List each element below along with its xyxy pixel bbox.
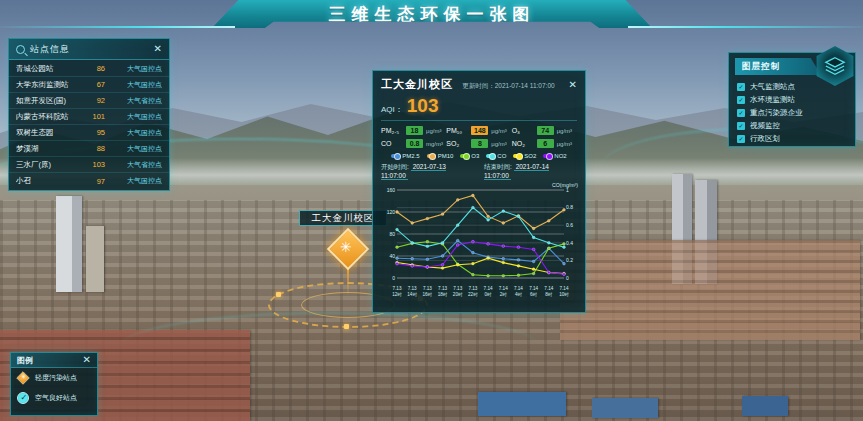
layer-item-label: 水环境监测站: [750, 95, 795, 105]
pollutant-cell: NO₂ 6 μg/m³: [512, 139, 577, 148]
station-type-badge: 大气国控点: [110, 176, 162, 186]
station-aqi-value: 97: [83, 177, 105, 186]
legend-chip-marker: [427, 154, 436, 158]
pollutant-value-badge: 6: [537, 139, 554, 148]
svg-text:6时: 6时: [530, 292, 538, 297]
station-type-badge: 大气国控点: [110, 144, 162, 154]
legend-item-label: 轻度污染站点: [35, 373, 77, 383]
close-icon[interactable]: ✕: [569, 80, 577, 90]
checkbox-checked-icon[interactable]: ✓: [737, 83, 745, 91]
svg-text:10时: 10时: [559, 292, 569, 297]
pollutant-cell: PM₂.₅ 18 μg/m³: [381, 126, 446, 135]
checkbox-checked-icon[interactable]: ✓: [737, 122, 745, 130]
pollutant-unit: μg/m³: [426, 128, 441, 134]
svg-text:4时: 4时: [515, 292, 523, 297]
legend-chip[interactable]: PM2.5: [391, 153, 419, 159]
ring-dot: [344, 324, 349, 329]
svg-text:0: 0: [392, 275, 395, 281]
station-type-badge: 大气省控点: [110, 96, 162, 106]
station-list-panel: 站点信息 ✕ 青城公园站 86 大气国控点 大学东街监测站 67 大气国控点 如…: [8, 38, 170, 191]
station-type-badge: 大气国控点: [110, 64, 162, 74]
svg-text:8时: 8时: [545, 292, 553, 297]
svg-text:14时: 14时: [407, 292, 417, 297]
pollutant-name: CO: [381, 140, 403, 147]
layer-item[interactable]: ✓ 行政区划: [737, 132, 847, 145]
station-row[interactable]: 三水厂(原) 103 大气省控点: [9, 157, 169, 173]
station-name: 小召: [16, 176, 83, 186]
aqi-value: 103: [407, 95, 439, 117]
station-rows: 青城公园站 86 大气国控点 大学东街监测站 67 大气国控点 如意开发区(国)…: [9, 60, 169, 190]
legend-chip-marker: [460, 154, 469, 158]
checkbox-checked-icon[interactable]: ✓: [737, 135, 745, 143]
start-time-label: 开始时间:: [381, 163, 409, 170]
station-marker-glyph: ✳: [340, 239, 352, 255]
station-detail-popup: 工大金川校区 更新时间：2021-07-14 11:07:00 ✕ AQI： 1…: [372, 70, 586, 313]
svg-text:0.6: 0.6: [566, 222, 573, 228]
warehouse-roof: [478, 392, 566, 416]
svg-text:7.14: 7.14: [529, 286, 538, 291]
layer-item[interactable]: ✓ 重点污染源企业: [737, 106, 847, 119]
pollutant-cell: SO₂ 8 μg/m³: [446, 139, 511, 148]
layer-item-label: 行政区划: [750, 134, 780, 144]
building-block: [560, 240, 860, 340]
svg-text:0: 0: [566, 275, 569, 281]
station-row[interactable]: 内蒙古环科院站 101 大气国控点: [9, 109, 169, 125]
pollutant-value-badge: 0.8: [406, 139, 423, 148]
legend-item-list: 轻度污染站点 空气良好站点: [11, 368, 97, 408]
station-row[interactable]: 大学东街监测站 67 大气国控点: [9, 77, 169, 93]
station-aqi-value: 95: [83, 128, 105, 137]
svg-text:7.13: 7.13: [423, 286, 432, 291]
svg-text:7.13: 7.13: [438, 286, 447, 291]
aqi-label: AQI：: [381, 104, 403, 115]
station-name: 梦溪湖: [16, 144, 83, 154]
station-aqi-value: 67: [83, 80, 105, 89]
legend-chip[interactable]: CO: [486, 153, 506, 159]
station-row[interactable]: 如意开发区(国) 92 大气省控点: [9, 93, 169, 109]
close-icon[interactable]: ✕: [83, 355, 91, 365]
legend-chip[interactable]: PM10: [427, 153, 454, 159]
layer-item[interactable]: ✓ 视频监控: [737, 119, 847, 132]
svg-text:18时: 18时: [438, 292, 448, 297]
station-aqi-value: 88: [83, 144, 105, 153]
svg-text:0.4: 0.4: [566, 240, 573, 246]
svg-text:0.2: 0.2: [566, 257, 573, 263]
layer-item[interactable]: ✓ 水环境监测站: [737, 93, 847, 106]
station-row[interactable]: 梦溪湖 88 大气国控点: [9, 141, 169, 157]
station-panel-header: 站点信息 ✕: [9, 39, 169, 60]
svg-text:20时: 20时: [453, 292, 463, 297]
legend-panel-header: 图例 ✕: [11, 353, 97, 368]
legend-chip[interactable]: O3: [460, 153, 479, 159]
legend-chip-marker: [513, 154, 522, 158]
station-name: 青城公园站: [16, 64, 83, 74]
checkbox-checked-icon[interactable]: ✓: [737, 109, 745, 117]
legend-chip[interactable]: SO2: [513, 153, 536, 159]
svg-text:7.14: 7.14: [560, 286, 569, 291]
svg-text:160: 160: [387, 187, 396, 193]
legend-chip-label: PM2.5: [402, 153, 419, 159]
station-aqi-value: 101: [83, 112, 105, 121]
close-icon[interactable]: ✕: [154, 44, 162, 54]
pollutant-name: O₃: [512, 127, 534, 134]
update-label: 更新时间：: [462, 82, 495, 89]
station-panel-title: 站点信息: [30, 43, 149, 56]
legend-chip-marker: [391, 154, 400, 158]
svg-text:CO(mg/m³): CO(mg/m³): [552, 182, 578, 188]
pollutant-unit: mg/m³: [426, 141, 443, 147]
svg-text:0时: 0时: [485, 292, 493, 297]
station-row[interactable]: 双树生态园 95 大气国控点: [9, 125, 169, 141]
pollutant-name: PM₁₀: [446, 127, 468, 134]
popup-station-title: 工大金川校区: [381, 77, 453, 92]
end-time-group: 结束时间: 2021-07-14 11:07:00: [484, 163, 577, 179]
pollutant-name: SO₂: [446, 140, 468, 147]
chart-legend: PM2.5 PM10 O3 CO SO2 NO2: [381, 153, 577, 159]
station-row[interactable]: 青城公园站 86 大气国控点: [9, 61, 169, 77]
station-row[interactable]: 小召 97 大气国控点: [9, 173, 169, 189]
station-aqi-value: 86: [83, 64, 105, 73]
layer-item-label: 视频监控: [750, 121, 780, 131]
legend-chip[interactable]: NO2: [543, 153, 566, 159]
page-title: 三维生态环保一张图: [329, 3, 536, 26]
legend-chip-marker: [486, 154, 495, 158]
search-icon[interactable]: [16, 45, 25, 54]
checkbox-checked-icon[interactable]: ✓: [737, 96, 745, 104]
pollutant-trend-chart: 0408012016000.20.40.60.81CO(mg/m³)7.1312…: [381, 181, 577, 307]
